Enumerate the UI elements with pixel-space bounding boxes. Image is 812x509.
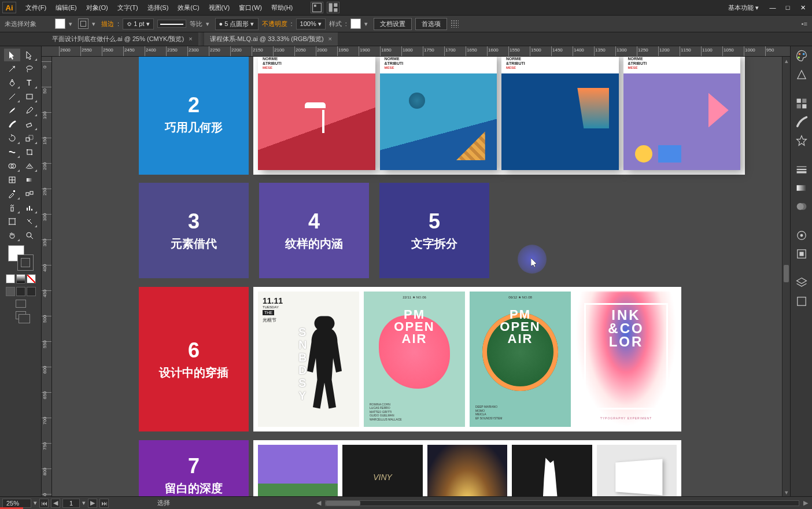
- tab-doc-1[interactable]: 平面设计到底在做什么.ai @ 25% (CMYK/预览)×: [46, 32, 198, 46]
- menu-help[interactable]: 帮助(H): [267, 1, 297, 14]
- brushes-panel-icon[interactable]: [795, 116, 809, 128]
- pen-tool[interactable]: [4, 76, 20, 89]
- tab-doc-2[interactable]: 课程体系-MLQ.ai @ 33.33% (RGB/预览)×: [204, 32, 338, 46]
- menu-effect[interactable]: 效果(C): [173, 1, 204, 14]
- blend-tool[interactable]: [21, 187, 38, 200]
- design-block-6[interactable]: 6 设计中的穿插: [139, 287, 249, 431]
- design-block-3[interactable]: 3 元素借代: [139, 183, 249, 278]
- color-mode[interactable]: [6, 274, 15, 283]
- swatches-panel-icon[interactable]: [795, 97, 809, 110]
- control-menu-icon[interactable]: ▪≡: [802, 20, 807, 27]
- h-scrollbar-thumb[interactable]: [326, 501, 360, 506]
- paintbrush-tool[interactable]: [4, 104, 20, 117]
- zoom-tool[interactable]: [21, 229, 38, 242]
- screen-mode-toggle[interactable]: [16, 311, 26, 319]
- close-icon[interactable]: ×: [189, 35, 192, 42]
- symbol-sprayer-tool[interactable]: [4, 201, 20, 214]
- arrange-icon[interactable]: [327, 2, 339, 13]
- blob-brush-tool[interactable]: [4, 118, 20, 131]
- artboard-tool[interactable]: [4, 215, 20, 228]
- color-panel-icon[interactable]: [795, 50, 809, 62]
- color-guide-panel-icon[interactable]: [795, 68, 809, 81]
- design-block-4[interactable]: 4 纹样的内涵: [259, 183, 369, 278]
- design-block-2[interactable]: 2 巧用几何形: [139, 57, 249, 175]
- fill-dropdown[interactable]: ▾: [69, 20, 75, 28]
- menu-window[interactable]: 窗口(W): [234, 1, 267, 14]
- last-artboard-button[interactable]: ⏭: [99, 499, 109, 508]
- scroll-up-icon[interactable]: ▴: [783, 57, 790, 65]
- lasso-tool[interactable]: [21, 62, 38, 75]
- column-graph-tool[interactable]: [21, 201, 38, 214]
- artboard-field[interactable]: 1: [62, 499, 80, 508]
- slice-tool[interactable]: [21, 215, 38, 228]
- transform-panel-icon[interactable]: [451, 20, 459, 28]
- design-block-7[interactable]: 7 留白的深度: [139, 440, 249, 496]
- hand-tool[interactable]: [4, 229, 20, 242]
- pencil-tool[interactable]: [21, 104, 38, 117]
- menu-edit[interactable]: 编辑(E): [51, 1, 82, 14]
- symbols-panel-icon[interactable]: [795, 134, 809, 147]
- menu-type[interactable]: 文字(T): [113, 1, 143, 14]
- canvas[interactable]: 2 巧用几何形 NORME&TRIBUTIMESE NORME&TRIBUTIM…: [52, 57, 790, 496]
- vertical-scrollbar[interactable]: ▴ ▾: [782, 57, 790, 496]
- horizontal-scrollbar[interactable]: [325, 500, 799, 506]
- brush-field[interactable]: ● 5 点圆形 ▾: [215, 18, 259, 30]
- menu-select[interactable]: 选择(S): [143, 1, 174, 14]
- selection-tool[interactable]: [4, 49, 20, 61]
- preferences-button[interactable]: 首选项: [415, 18, 447, 30]
- layers-panel-icon[interactable]: [795, 276, 809, 289]
- poster-row-6[interactable]: 11.11 TUESDAY THE 光棍节 SNBDSY 22/11 ★ NO.…: [253, 287, 681, 431]
- menu-object[interactable]: 对象(O): [82, 1, 113, 14]
- zoom-field[interactable]: 25%: [2, 499, 31, 508]
- bridge-icon[interactable]: [311, 2, 323, 13]
- prev-artboard-button[interactable]: ◀: [51, 499, 60, 508]
- stroke-swatch[interactable]: [78, 19, 88, 29]
- first-artboard-button[interactable]: ⏮: [39, 499, 49, 508]
- eraser-tool[interactable]: [21, 118, 38, 131]
- design-block-5[interactable]: 5 文字拆分: [379, 183, 489, 278]
- graphic-styles-panel-icon[interactable]: [795, 248, 809, 260]
- width-tool[interactable]: [4, 146, 20, 158]
- style-swatch[interactable]: [350, 19, 361, 29]
- stroke-profile[interactable]: [157, 20, 186, 28]
- scroll-left-icon[interactable]: ◀: [315, 499, 323, 507]
- gradient-panel-icon[interactable]: [795, 182, 809, 194]
- stroke-color[interactable]: [17, 254, 34, 271]
- poster-row-2[interactable]: NORME&TRIBUTIMESE NORME&TRIBUTIMESE NORM…: [253, 57, 745, 175]
- appearance-panel-icon[interactable]: [795, 229, 809, 242]
- scroll-right-icon[interactable]: ▶: [802, 499, 810, 507]
- draw-normal[interactable]: [6, 287, 15, 296]
- scale-tool[interactable]: [21, 132, 38, 145]
- poster-row-7[interactable]: VINY: [253, 440, 681, 496]
- fill-swatch[interactable]: [55, 19, 65, 29]
- type-tool[interactable]: T: [21, 76, 38, 89]
- window-maximize[interactable]: □: [781, 2, 795, 13]
- fill-stroke-indicator[interactable]: [8, 245, 34, 271]
- scrollbar-thumb[interactable]: [784, 265, 789, 282]
- menu-file[interactable]: 文件(F): [21, 1, 51, 14]
- eyedropper-tool[interactable]: [4, 187, 20, 200]
- stroke-weight-field[interactable]: ≎ 1 pt ▾: [123, 19, 153, 29]
- transparency-panel-icon[interactable]: [795, 200, 809, 213]
- doc-setup-button[interactable]: 文档设置: [374, 18, 412, 30]
- zoom-dropdown[interactable]: ▾: [34, 499, 37, 507]
- shape-builder-tool[interactable]: [4, 160, 20, 172]
- rectangle-tool[interactable]: [21, 90, 38, 103]
- free-transform-tool[interactable]: [21, 146, 38, 158]
- artboards-panel-icon[interactable]: [795, 295, 809, 308]
- stroke-panel-icon[interactable]: [795, 163, 809, 176]
- direct-selection-tool[interactable]: [21, 49, 38, 61]
- screen-mode-normal[interactable]: [16, 300, 26, 308]
- none-mode[interactable]: [27, 274, 36, 283]
- uniform-dropdown[interactable]: ▾: [206, 20, 212, 28]
- gradient-tool[interactable]: [21, 174, 38, 186]
- close-icon[interactable]: ×: [329, 35, 332, 42]
- gradient-mode[interactable]: [16, 274, 25, 283]
- mesh-tool[interactable]: [4, 174, 20, 186]
- draw-behind[interactable]: [16, 287, 25, 296]
- next-artboard-button[interactable]: ▶: [88, 499, 97, 508]
- scroll-down-icon[interactable]: ▾: [783, 488, 790, 496]
- rotate-tool[interactable]: [4, 132, 20, 145]
- window-minimize[interactable]: —: [766, 2, 780, 13]
- perspective-grid-tool[interactable]: [21, 160, 38, 172]
